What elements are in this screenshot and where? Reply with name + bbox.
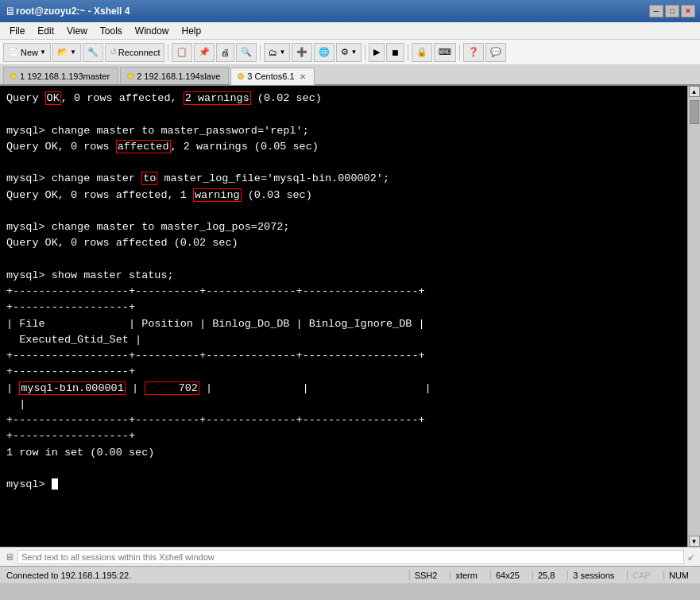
tab-3-label: 3 Centos6.1 — [247, 72, 294, 81]
status-ssh: SSH2 — [409, 571, 443, 580]
lock-icon: 🔒 — [416, 47, 427, 57]
line-10: Query OK, 0 rows affected (0.02 sec) — [6, 237, 238, 249]
line-23: 1 row in set (0.00 sec) — [6, 447, 154, 459]
help-icon: ❓ — [468, 47, 479, 57]
tab-3-dot — [238, 73, 244, 79]
property-button[interactable]: 🔧 — [83, 43, 103, 62]
send-bar: 🖥 ↙ — [0, 547, 700, 566]
lock-button[interactable]: 🔒 — [412, 43, 432, 62]
status-connected: Connected to 192.168.1.195:22. — [6, 571, 403, 580]
globe-icon: 🌐 — [319, 47, 330, 57]
new-session-button[interactable]: ➕ — [292, 43, 312, 62]
window-title: root@zuoyu2:~ - Xshell 4 — [16, 6, 649, 17]
menu-window[interactable]: Window — [129, 24, 176, 38]
stop-button[interactable]: ⏹ — [386, 43, 404, 62]
line-13: +------------------+----------+---------… — [6, 285, 425, 297]
terminal[interactable]: Query OK, 0 rows affected, 2 warnings (0… — [0, 86, 687, 547]
tab-1-dot — [10, 73, 17, 79]
settings-dropdown-icon: ▼ — [350, 48, 357, 56]
tab-bar: 1 192.168.1.193master 2 192.168.1.194sla… — [0, 65, 700, 86]
search-button[interactable]: 🔍 — [236, 43, 257, 62]
copy-button[interactable]: 📋 — [172, 43, 192, 62]
line-14: +------------------+ — [6, 301, 135, 313]
line-16: Executed_Gtid_Set | — [6, 334, 141, 346]
app-icon: 🖥 — [5, 5, 16, 17]
reconnect-button[interactable]: ↺ Reconnect — [105, 43, 165, 62]
terminal-wrapper: Query OK, 0 rows affected, 2 warnings (0… — [0, 86, 700, 547]
status-right: SSH2 xterm 64x25 25,8 3 sessions CAP NUM — [409, 571, 694, 580]
keyboard-button[interactable]: ⌨ — [434, 43, 456, 62]
line-1: Query OK, 0 rows affected, 2 warnings (0… — [6, 91, 322, 105]
tab-2[interactable]: 2 192.168.1.194slave — [120, 67, 229, 84]
minimize-button[interactable]: ─ — [649, 5, 663, 17]
terminal-content: Query OK, 0 rows affected, 2 warnings (0… — [6, 91, 681, 493]
status-num: NUM — [663, 571, 694, 580]
status-size: 64x25 — [490, 571, 524, 580]
new-button[interactable]: 📄 New ▼ — [3, 43, 51, 62]
print-icon: 🖨 — [221, 48, 230, 57]
send-corner-icon: ↙ — [687, 552, 695, 563]
terminal-scrollbar[interactable]: ▲ ▼ — [687, 86, 700, 547]
line-3: mysql> change master to master_password=… — [6, 125, 309, 137]
paste-button[interactable]: 📌 — [194, 43, 215, 62]
comment-button[interactable]: 💬 — [485, 43, 506, 62]
status-sessions: 3 sessions — [567, 571, 619, 580]
settings-icon: ⚙ — [341, 47, 349, 57]
status-term: xterm — [450, 571, 482, 580]
line-6: mysql> change master to master_log_file=… — [6, 172, 389, 185]
property-icon: 🔧 — [87, 47, 99, 57]
tab-2-dot — [127, 73, 133, 79]
reconnect-icon: ↺ — [110, 47, 117, 57]
print-button[interactable]: 🖨 — [216, 43, 234, 62]
tab-1[interactable]: 1 192.168.1.193master — [3, 67, 118, 84]
tab-3[interactable]: 3 Centos6.1 ✕ — [230, 68, 314, 85]
tab-3-close[interactable]: ✕ — [300, 72, 306, 81]
search-icon: 🔍 — [241, 47, 252, 57]
status-cap: CAP — [627, 571, 656, 580]
settings-button[interactable]: ⚙ ▼ — [336, 43, 362, 62]
line-7: Query OK, 0 rows affected, 1 warning (0.… — [6, 188, 312, 202]
comment-icon: 💬 — [490, 47, 501, 57]
toolbar-separator-5 — [459, 44, 460, 61]
line-9: mysql> change master to master_log_pos=2… — [6, 221, 289, 233]
scroll-up-button[interactable]: ▲ — [689, 86, 700, 97]
stop-icon: ⏹ — [391, 48, 400, 57]
globe-button[interactable]: 🌐 — [314, 43, 335, 62]
toolbar-separator-2 — [260, 44, 261, 61]
title-bar: 🖥 root@zuoyu2:~ - Xshell 4 ─ □ ✕ — [0, 0, 700, 22]
toolbar: 📄 New ▼ 📂 ▼ 🔧 ↺ Reconnect 📋 📌 🖨 🔍 🗂 ▼ ➕ … — [0, 40, 700, 65]
session-dropdown-icon: ▼ — [279, 48, 285, 56]
menu-tools[interactable]: Tools — [94, 24, 129, 38]
open-button[interactable]: 📂 ▼ — [52, 43, 81, 62]
scroll-down-button[interactable]: ▼ — [689, 536, 700, 547]
open-dropdown-icon: ▼ — [70, 48, 76, 56]
close-button[interactable]: ✕ — [681, 5, 695, 17]
maximize-button[interactable]: □ — [665, 5, 679, 17]
scroll-thumb[interactable] — [690, 100, 699, 124]
line-22: +------------------+ — [6, 430, 135, 442]
line-17: +------------------+----------+---------… — [6, 350, 425, 362]
session-manager-button[interactable]: 🗂 ▼ — [264, 43, 290, 62]
line-21: +------------------+----------+---------… — [6, 414, 425, 426]
tab-1-label: 1 192.168.1.193master — [20, 72, 110, 81]
start-button[interactable]: ▶ — [369, 43, 385, 62]
toolbar-separator-3 — [365, 44, 365, 61]
toolbar-separator-4 — [408, 44, 408, 61]
line-19: | mysql-bin.000001 | 702 | | | — [6, 381, 431, 395]
window-controls: ─ □ ✕ — [649, 5, 695, 17]
status-bar: Connected to 192.168.1.195:22. SSH2 xter… — [0, 566, 700, 583]
send-input[interactable] — [17, 550, 684, 564]
menu-view[interactable]: View — [60, 24, 94, 38]
menu-file[interactable]: File — [3, 24, 31, 38]
line-18: +------------------+ — [6, 366, 135, 377]
start-icon: ▶ — [373, 47, 380, 57]
menu-help[interactable]: Help — [176, 24, 208, 38]
add-session-icon: ➕ — [296, 47, 307, 57]
paste-icon: 📌 — [199, 47, 210, 57]
menu-bar: File Edit View Tools Window Help — [0, 22, 700, 40]
help-button[interactable]: ❓ — [463, 43, 484, 62]
menu-edit[interactable]: Edit — [31, 24, 60, 38]
line-20: | — [6, 398, 25, 410]
dropdown-arrow-icon: ▼ — [40, 48, 46, 56]
new-icon: 📄 — [8, 47, 19, 57]
